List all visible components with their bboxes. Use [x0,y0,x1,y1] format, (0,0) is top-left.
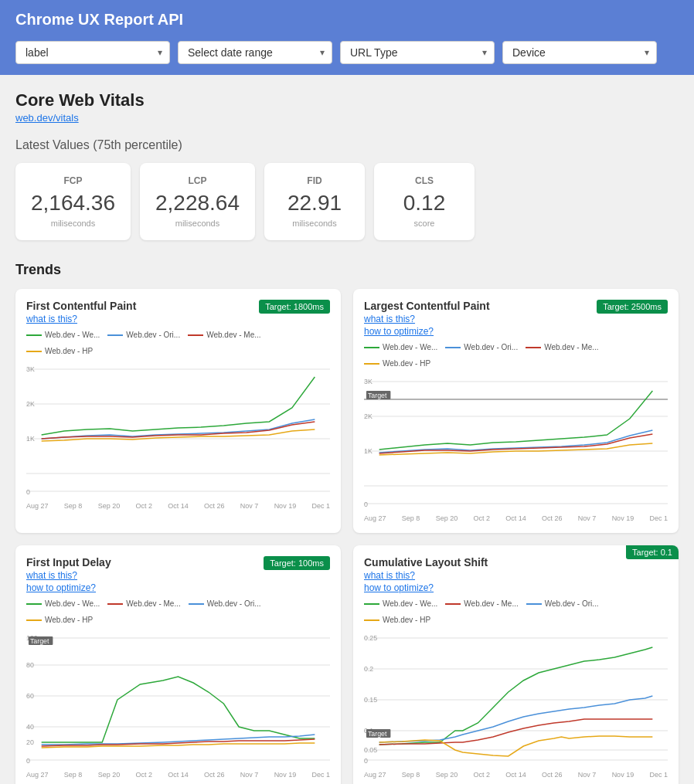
fid-value: 22.91 [280,191,349,216]
fid-legend: Web.dev - We... Web.dev - Me... Web.dev … [26,599,330,624]
lcp-chart-links: what is this? how to optimize? [364,314,490,337]
lcp-chart-area: 3K 2K 1K 0 Target Target [364,374,668,513]
url-type-dropdown-wrapper: URL Type [340,41,495,64]
fcp-chart-header: First Contentful Paint what is this? Tar… [26,300,330,324]
svg-text:0: 0 [26,488,30,496]
cls-unit: score [390,219,459,228]
fcp-chart-title-area: First Contentful Paint what is this? [26,300,136,324]
latest-values-heading: Latest Values (75th percentile) [15,138,679,152]
lcp-chart-header: Largest Contentful Paint what is this? h… [364,300,668,337]
lcp-how-to-optimize[interactable]: how to optimize? [364,326,490,337]
fid-legend-3: Web.dev - HP [26,616,93,624]
svg-text:1K: 1K [364,447,373,455]
fcp-legend-0: Web.dev - We... [26,331,100,339]
lcp-legend-0: Web.dev - We... [364,343,437,351]
svg-text:0.25: 0.25 [364,634,377,642]
fcp-legend-2: Web.dev - Me... [188,331,260,339]
lcp-what-is-this[interactable]: what is this? [364,314,490,324]
header: Chrome UX Report API label Select date r… [0,0,694,75]
svg-text:20: 20 [26,738,34,746]
fcp-legend-1: Web.dev - Ori... [107,331,180,339]
device-dropdown-wrapper: Device [502,41,657,64]
svg-text:80: 80 [26,661,34,669]
svg-text:Target: Target [368,730,387,738]
lcp-unit: miliseconds [155,219,240,228]
svg-text:40: 40 [26,723,34,731]
cls-legend: Web.dev - We... Web.dev - Me... Web.dev … [364,599,668,624]
svg-text:2K: 2K [26,400,35,408]
date-range-dropdown-wrapper: Select date range [178,41,332,64]
cls-chart-card: Target: 0.1 Cumulative Layout Shift what… [353,545,679,784]
fid-chart-title: First Input Delay [26,556,111,568]
lcp-legend-3: Web.dev - HP [364,359,430,368]
fid-target-badge: Target: 100ms [264,556,330,570]
fid-chart-area: 100 80 60 40 20 0 Target [26,630,330,769]
lcp-legend-2: Web.dev - Me... [526,343,598,351]
fcp-unit: miliseconds [31,219,115,228]
cls-what-is-this[interactable]: what is this? [364,570,488,581]
cls-card: CLS 0.12 score [374,163,475,240]
page-link[interactable]: web.dev/vitals [15,112,79,124]
cls-x-labels: Aug 27 Sep 8 Sep 20 Oct 2 Oct 14 Oct 26 … [364,771,668,779]
cls-legend-1: Web.dev - Me... [445,599,518,608]
charts-grid: First Contentful Paint what is this? Tar… [15,289,679,784]
svg-text:60: 60 [26,692,34,700]
fid-chart-title-area: First Input Delay what is this? how to o… [26,556,111,593]
lcp-x-labels: Aug 27 Sep 8 Sep 20 Oct 2 Oct 14 Oct 26 … [364,514,668,522]
fid-how-to-optimize[interactable]: how to optimize? [26,582,111,593]
lcp-chart-card: Largest Contentful Paint what is this? h… [353,289,679,533]
metrics-row: FCP 2,164.36 miliseconds LCP 2,228.64 mi… [15,163,679,240]
svg-text:0.2: 0.2 [364,665,373,673]
cls-target-badge-top: Target: 0.1 [626,545,679,559]
fcp-legend-3: Web.dev - HP [26,347,93,355]
page-title: Core Web Vitals [15,90,679,110]
svg-text:0: 0 [364,757,368,765]
lcp-chart-title: Largest Contentful Paint [364,300,490,312]
fid-label: FID [280,175,349,186]
fid-chart-header: First Input Delay what is this? how to o… [26,556,330,593]
fcp-legend: Web.dev - We... Web.dev - Ori... Web.dev… [26,331,330,355]
fcp-x-labels: Aug 27 Sep 8 Sep 20 Oct 2 Oct 14 Oct 26 … [26,502,330,510]
device-dropdown[interactable]: Device [502,41,657,64]
label-dropdown[interactable]: label [15,41,170,64]
fcp-chart-links: what is this? [26,314,136,324]
lcp-value: 2,228.64 [155,191,240,216]
cls-chart-title: Cumulative Layout Shift [364,556,488,568]
fid-what-is-this[interactable]: what is this? [26,570,111,581]
cls-chart-links: what is this? how to optimize? [364,570,488,593]
fid-chart-links: what is this? how to optimize? [26,570,111,593]
svg-text:1K: 1K [26,435,35,443]
cls-legend-3: Web.dev - HP [364,616,430,624]
fcp-target-badge: Target: 1800ms [259,300,330,314]
cls-how-to-optimize[interactable]: how to optimize? [364,582,488,593]
fid-x-labels: Aug 27 Sep 8 Sep 20 Oct 2 Oct 14 Oct 26 … [26,771,330,779]
fcp-label: FCP [31,175,115,186]
fid-chart-card: First Input Delay what is this? how to o… [15,545,341,784]
fcp-chart-title: First Contentful Paint [26,300,136,312]
lcp-label: LCP [155,175,240,186]
label-dropdown-wrapper: label [15,41,170,64]
cls-value: 0.12 [390,191,459,216]
header-controls: label Select date range URL Type Device [15,41,657,64]
main-content: Core Web Vitals web.dev/vitals Latest Va… [0,75,694,784]
fcp-card: FCP 2,164.36 miliseconds [15,163,131,240]
svg-text:0: 0 [364,501,368,508]
fcp-chart-area: 3K 2K 1K 0 [26,361,330,501]
cls-chart-header: Cumulative Layout Shift what is this? ho… [364,556,668,593]
date-range-dropdown[interactable]: Select date range [178,41,332,64]
cls-chart-area: 0.25 0.2 0.15 0.1 0.05 0 Target [364,630,668,769]
cls-chart-title-area: Cumulative Layout Shift what is this? ho… [364,556,488,593]
fid-legend-0: Web.dev - We... [26,599,100,608]
svg-text:Target: Target [30,637,49,645]
lcp-chart-title-area: Largest Contentful Paint what is this? h… [364,300,490,337]
svg-text:3K: 3K [26,365,35,373]
cls-label: CLS [390,175,459,186]
svg-text:0.15: 0.15 [364,696,377,704]
fid-card: FID 22.91 miliseconds [264,163,365,240]
cls-legend-2: Web.dev - Ori... [526,599,599,608]
fcp-what-is-this[interactable]: what is this? [26,314,136,324]
fid-unit: miliseconds [280,219,349,228]
fid-legend-2: Web.dev - Ori... [189,599,261,608]
url-type-dropdown[interactable]: URL Type [340,41,495,64]
cls-legend-0: Web.dev - We... [364,599,437,608]
